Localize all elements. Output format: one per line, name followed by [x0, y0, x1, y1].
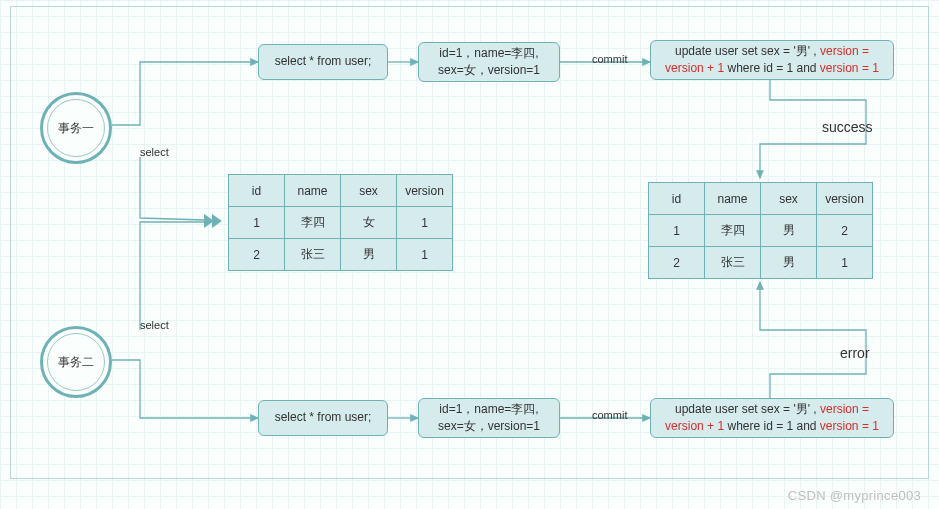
table-row: id name sex version [229, 175, 453, 207]
th-sex: sex [341, 175, 397, 207]
select-label-bottom: select [138, 318, 171, 332]
commit-label-bottom: commit [590, 408, 629, 422]
th-version: version [397, 175, 453, 207]
th-version: version [817, 183, 873, 215]
update-bottom-mid: where id = 1 and [724, 419, 820, 433]
success-label: success [820, 118, 875, 136]
th-sex: sex [761, 183, 817, 215]
result-top-line1: id=1，name=李四, [439, 46, 538, 60]
table-before: id name sex version 1 李四 女 1 2 张三 男 1 [228, 174, 453, 271]
transaction-2-label: 事务二 [58, 354, 94, 371]
result-top: id=1，name=李四, sex=女，version=1 [418, 42, 560, 82]
th-name: name [285, 175, 341, 207]
update-bottom-red2: version = 1 [820, 419, 879, 433]
select-query-top-text: select * from user; [275, 53, 372, 70]
table-row: 2 张三 男 1 [649, 247, 873, 279]
watermark: CSDN @myprince003 [788, 488, 921, 503]
th-name: name [705, 183, 761, 215]
table-after: id name sex version 1 李四 男 2 2 张三 男 1 [648, 182, 873, 279]
table-row: id name sex version [649, 183, 873, 215]
transaction-1-node: 事务一 [40, 92, 112, 164]
result-top-line2: sex=女，version=1 [438, 63, 540, 77]
th-id: id [649, 183, 705, 215]
select-query-top: select * from user; [258, 44, 388, 80]
update-top-red2: version = 1 [820, 61, 879, 75]
update-top: update user set sex = '男' , version = ve… [650, 40, 894, 80]
update-top-pre: update user set sex = '男' , [675, 44, 820, 58]
result-top-text: id=1，name=李四, sex=女，version=1 [438, 45, 540, 80]
table-row: 1 李四 男 2 [649, 215, 873, 247]
commit-label-top: commit [590, 52, 629, 66]
transaction-2-node: 事务二 [40, 326, 112, 398]
result-bottom-line2: sex=女，version=1 [438, 419, 540, 433]
result-bottom-line1: id=1，name=李四, [439, 402, 538, 416]
th-id: id [229, 175, 285, 207]
result-bottom: id=1，name=李四, sex=女，version=1 [418, 398, 560, 438]
table-row: 2 张三 男 1 [229, 239, 453, 271]
update-bottom: update user set sex = '男' , version = ve… [650, 398, 894, 438]
update-top-mid: where id = 1 and [724, 61, 820, 75]
error-label: error [838, 344, 872, 362]
select-label-top: select [138, 145, 171, 159]
table-row: 1 李四 女 1 [229, 207, 453, 239]
result-bottom-text: id=1，name=李四, sex=女，version=1 [438, 401, 540, 436]
select-query-bottom-text: select * from user; [275, 409, 372, 426]
update-bottom-text: update user set sex = '男' , version = ve… [661, 401, 883, 436]
select-query-bottom: select * from user; [258, 400, 388, 436]
transaction-1-label: 事务一 [58, 120, 94, 137]
update-bottom-pre: update user set sex = '男' , [675, 402, 820, 416]
update-top-text: update user set sex = '男' , version = ve… [661, 43, 883, 78]
